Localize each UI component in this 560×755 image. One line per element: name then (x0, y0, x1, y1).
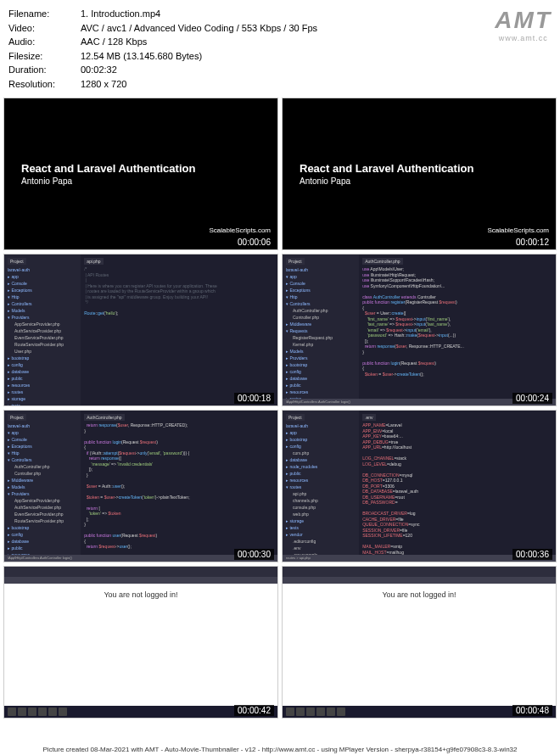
ide-editor: AuthController.php return response($user… (81, 411, 277, 562)
thumbnail: React and Laravel Authentication Antonio… (3, 98, 278, 250)
project-tab: Project (8, 414, 26, 421)
tree-folder: ▸ resources (286, 389, 356, 395)
browser-titlebar (4, 567, 277, 577)
filesize-label: Filesize: (8, 49, 81, 64)
project-tab: Project (286, 414, 305, 421)
video-value: AVC / avc1 / Advanced Video Coding / 553… (81, 21, 317, 36)
tree-folder: ▸ storage (8, 395, 77, 402)
tree-file: RegisterRequest.php (286, 334, 356, 341)
ide-sidebar: Project laravel-auth ▸ app ▸ bootstrap ▸… (283, 411, 359, 562)
filesize-value: 12.54 MB (13.145.680 Bytes) (81, 49, 202, 64)
tree-folder: ▸ public (286, 382, 356, 389)
taskbar-icon (38, 707, 47, 716)
audio-label: Audio: (8, 35, 81, 49)
timestamp: 00:00:06 (234, 237, 274, 248)
editor-tab: api.php (84, 258, 103, 265)
tree-folder: ▾ Http (286, 294, 356, 300)
video-source: ScalableScripts.com (488, 226, 549, 234)
tree-folder: ▸ Models (8, 307, 77, 314)
tree-file: console.php (286, 504, 356, 511)
tree-folder: ▸ tests (8, 402, 77, 405)
project-tab: Project (8, 258, 26, 265)
tree-folder: ▸ Models (8, 484, 77, 490)
thumbnail: React and Laravel Authentication Antonio… (282, 98, 557, 250)
editor-tab: AuthController.php (362, 258, 402, 265)
tree-folder: ▸ Exceptions (8, 287, 77, 294)
thumbnail: Project laravel-auth ▸ app ▸ Console ▸ E… (3, 254, 278, 406)
tree-folder: ▸ Exceptions (286, 287, 356, 294)
timestamp: 00:00:36 (512, 549, 552, 560)
video-author: Antonio Papa (21, 176, 260, 186)
thumbnail-grid: React and Laravel Authentication Antonio… (0, 98, 560, 719)
tree-folder: laravel-auth (286, 422, 356, 429)
tree-folder: ▸ node_modules (286, 463, 356, 470)
video-author: Antonio Papa (300, 176, 539, 186)
browser-titlebar (283, 567, 556, 577)
timestamp: 00:00:18 (234, 393, 274, 404)
tree-folder: ▸ app (8, 273, 77, 280)
taskbar-icon (48, 707, 57, 716)
taskbar-icon (296, 707, 305, 716)
tree-folder: ▸ config (286, 443, 356, 450)
taskbar-icon (327, 707, 335, 716)
tree-folder: ▸ vendor (286, 531, 356, 538)
taskbar-icon (337, 707, 345, 716)
duration-value: 00:02:32 (81, 63, 117, 77)
tree-folder: ▸ resources (286, 477, 356, 484)
tree-folder: ▸ bootstrap (286, 436, 356, 443)
taskbar-icon (306, 707, 315, 716)
tree-folder: ▸ public (8, 545, 77, 551)
media-info-panel: Filename:1. Introduction.mp4 Video:AVC /… (0, 0, 560, 98)
tree-folder: laravel-auth (8, 422, 77, 429)
ide-sidebar: Project laravel-auth ▸ app ▸ Console ▸ E… (4, 254, 81, 405)
tree-file: web.php (286, 511, 356, 517)
tree-folder: ▸ routes (8, 389, 77, 395)
tree-folder: ▸ Controllers (8, 300, 77, 307)
timestamp: 00:00:12 (512, 237, 552, 248)
tree-folder: ▸ database (8, 368, 77, 375)
tree-file: AppServiceProvider.php (8, 497, 77, 504)
taskbar-icon (286, 707, 294, 716)
tree-folder: ▾ app (286, 273, 356, 280)
tree-file: .env (286, 545, 356, 551)
tree-file: api.php (286, 490, 356, 497)
tree-folder: ▸ public (8, 375, 77, 382)
tree-folder: ▸ tests (286, 524, 356, 531)
tree-file: Controller.php (286, 314, 356, 321)
tree-file: cors.php (286, 450, 356, 456)
tree-folder: ▸ database (8, 538, 77, 545)
tree-file: AuthServiceProvider.php (8, 504, 77, 511)
tree-folder: ▾ Controllers (286, 300, 356, 307)
ide-sidebar: Project laravel-auth ▾ app ▸ Console ▸ E… (283, 254, 359, 405)
tree-file: AuthController.php (8, 463, 77, 470)
tree-file: Kernel.php (286, 341, 356, 348)
tree-folder: laravel-auth (8, 266, 77, 273)
taskbar-icon (59, 707, 67, 716)
taskbar-icon (28, 707, 36, 716)
ide-sidebar: Project laravel-auth ▾ app ▸ Console ▸ E… (4, 411, 81, 562)
tree-folder: ▸ config (286, 368, 356, 375)
browser-tabs (4, 577, 277, 584)
resolution-label: Resolution: (8, 77, 81, 92)
thumbnail: You are not logged in! 00:00:48 (282, 566, 557, 719)
timestamp: 00:00:48 (512, 705, 552, 716)
editor-tab: .env (362, 414, 375, 421)
tree-folder: ▸ storage (286, 517, 356, 524)
tree-folder: ▸ resources (8, 382, 77, 389)
tree-folder: ▸ bootstrap (286, 361, 356, 368)
tree-file: Controller.php (8, 470, 77, 477)
audio-value: AAC / 128 Kbps (81, 35, 147, 49)
taskbar-icon (316, 707, 325, 716)
tree-folder: ▾ Http (8, 294, 77, 300)
tree-folder: ▾ Requests (286, 327, 356, 334)
taskbar-icon (8, 707, 16, 716)
tree-file: RouteServiceProvider.php (8, 341, 77, 348)
logo-url: www.amt.cc (495, 34, 552, 42)
tree-file: User.php (8, 348, 77, 355)
video-title: React and Laravel Authentication (300, 162, 539, 175)
tree-folder: ▸ Exceptions (8, 443, 77, 450)
tree-folder: ▸ config (8, 361, 77, 368)
project-tab: Project (286, 258, 305, 265)
browser-content: You are not logged in! (283, 584, 556, 706)
thumbnail: Project laravel-auth ▾ app ▸ Console ▸ E… (3, 410, 278, 562)
